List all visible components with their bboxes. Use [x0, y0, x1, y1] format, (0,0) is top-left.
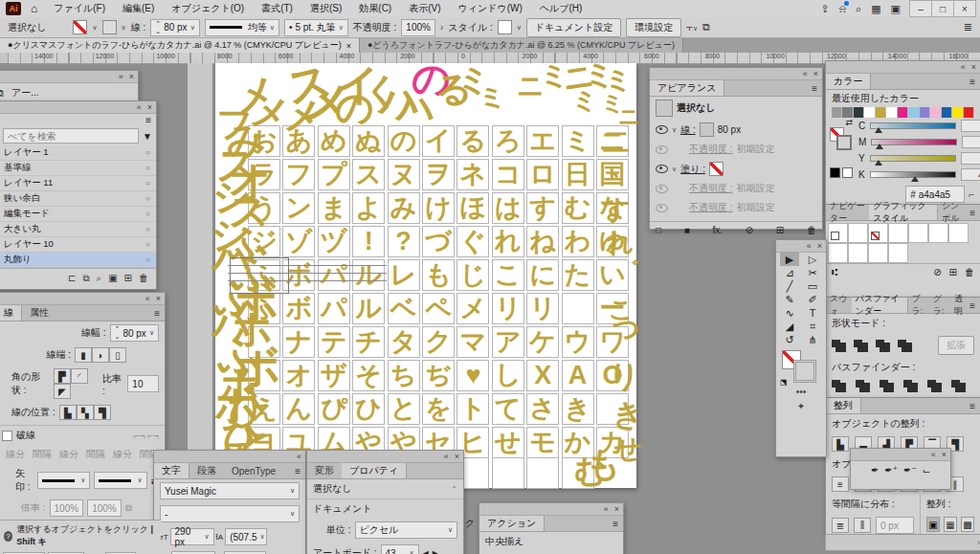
graphic-styles-footer-icon[interactable]: ⊞ [949, 267, 957, 277]
collapse-icon[interactable]: « [444, 452, 449, 461]
glyph-cell[interactable]: フ [282, 159, 315, 190]
brush-definition-select[interactable]: •5 pt. 丸筆∨ [284, 19, 348, 36]
layer-row[interactable]: レイヤー 1○ [0, 145, 156, 161]
type-tool[interactable]: T [803, 306, 822, 320]
tab-symbols[interactable]: シンボル [938, 205, 969, 220]
pathfinder-button[interactable] [951, 380, 966, 392]
stroke-width-field[interactable]: ⌃⌄80 px∨ [150, 19, 199, 36]
dashed-checkbox[interactable] [2, 431, 12, 441]
rotate-tool[interactable]: ↺ [780, 333, 799, 346]
visibility-eye-icon[interactable] [656, 145, 668, 154]
close-icon[interactable]: × [971, 62, 976, 72]
collapse-icon[interactable]: « [137, 102, 142, 112]
layer-row[interactable]: ▶レイヤー 10○ [0, 237, 156, 253]
document-setup-button[interactable]: ドキュメント設定 [526, 18, 621, 37]
glyph-cell[interactable]: メ [457, 293, 489, 324]
stroke-align-button[interactable]: ▙ [59, 405, 77, 420]
glyph-cell[interactable]: ト [457, 393, 489, 425]
swap-colors-icon[interactable]: ⇄ [830, 118, 853, 127]
glyph-cell[interactable]: れ [492, 226, 524, 257]
glyph-cell[interactable]: ベ [388, 293, 420, 324]
glyph-cell[interactable]: の [388, 125, 420, 157]
tab-panel[interactable]: ブラ: [908, 298, 929, 313]
pen-tool[interactable]: ✒ [871, 465, 879, 476]
selection-tool[interactable]: ▶ [780, 253, 799, 266]
stroke-weight-field[interactable]: ⌃⌄80 px∨ [110, 324, 159, 342]
glyph-cell[interactable]: て [492, 393, 524, 425]
glyph-cell[interactable]: マ [457, 326, 489, 358]
glyph-cell[interactable]: X [526, 360, 559, 391]
glyph-cell[interactable]: 国 [596, 159, 629, 190]
document-tab-active[interactable]: ●クリスマスフォントのラフ-ひらがなカタカナ.ai @ 4.17 % (CMYK… [0, 38, 360, 53]
scatter-glyph[interactable]: ニ [618, 106, 640, 127]
appearance-footer-icon[interactable]: ⊘ [746, 225, 753, 235]
glyph-cell[interactable]: せ [492, 427, 524, 458]
layers-footer-icon[interactable]: 🗑 [139, 273, 148, 284]
glyph-cell[interactable]: ♥ [457, 360, 489, 391]
appearance-footer-icon[interactable]: ■ [684, 225, 690, 235]
tab-panel[interactable]: グラ: [929, 298, 950, 313]
panel-scroll-strip[interactable]: › [825, 534, 980, 551]
eyedropper-tool[interactable]: ◢ [780, 320, 799, 333]
glyph-cell[interactable]: け [422, 192, 455, 224]
glyph-cell[interactable]: を [422, 393, 455, 425]
visibility-eye-icon[interactable] [656, 204, 668, 212]
glyph-cell[interactable]: ! [352, 226, 385, 257]
scatter-glyph[interactable]: ミ [478, 83, 507, 113]
glyph-cell[interactable]: わ [562, 226, 594, 257]
glyph-cell[interactable]: ボ [282, 293, 315, 324]
glyph-cell[interactable]: ペ [422, 293, 455, 324]
layer-target-icon[interactable]: ○ [145, 148, 150, 157]
appearance-footer-icon[interactable]: □ [656, 225, 661, 235]
menu-item[interactable]: オブジェクト(O) [163, 0, 253, 17]
arrange-documents-icon[interactable]: ⧉ [702, 21, 710, 33]
preferences-button[interactable]: 環境設定 [626, 18, 681, 37]
recent-color-swatch[interactable] [920, 107, 930, 118]
graphic-style-swatch[interactable] [828, 223, 848, 243]
stroke-align-button[interactable]: ▜ [94, 405, 111, 420]
collapse-icon[interactable]: « [803, 69, 808, 78]
scatter-glyph[interactable]: メ [283, 96, 323, 134]
graphic-style-swatch[interactable] [908, 223, 928, 243]
panel-menu-icon[interactable]: ≡ [969, 300, 980, 311]
color-slider-m[interactable]: M0% [853, 134, 980, 150]
arrow-start-select[interactable]: ∨ [37, 472, 90, 489]
glyph-cell[interactable]: 日 [562, 159, 594, 190]
color-slider-y[interactable]: Y0% [853, 150, 980, 166]
star-tool-icon[interactable]: ✦ [776, 397, 826, 411]
collapse-icon[interactable]: « [961, 62, 966, 72]
appearance-row-stroke[interactable]: ∨線 :80 px [650, 120, 822, 140]
scatter-glyph[interactable]: 二 [603, 129, 630, 156]
eyedropper-small-icon[interactable]: ⌐ [969, 189, 974, 200]
glyph-cell[interactable]: パ [318, 293, 350, 324]
layer-row[interactable]: ▶丸飾り○ [0, 253, 156, 268]
glyph-cell[interactable]: る [457, 125, 489, 157]
appearance-row-opacity[interactable]: 不透明度 :初期設定 [650, 179, 822, 198]
cap-button[interactable]: ▮ [75, 347, 92, 363]
search-icon[interactable]: ⌕ [856, 3, 861, 15]
glyph-cell[interactable]: ま [318, 192, 350, 224]
glyph-cell[interactable]: オ [282, 360, 315, 391]
glyph-cell[interactable]: モ [526, 427, 559, 458]
line-segment-tool[interactable]: ╱ [780, 279, 799, 293]
tab-character[interactable]: 文字 [154, 463, 189, 478]
collapse-icon[interactable]: « [297, 452, 301, 461]
appearance-footer-icon[interactable]: ⊞ [776, 225, 784, 235]
recent-color-swatch[interactable] [930, 107, 941, 118]
collapse-icon[interactable]: « [807, 241, 812, 251]
glyph-cell[interactable]: ひ [352, 393, 385, 425]
panel-menu-icon[interactable]: ≡ [812, 83, 822, 94]
close-button[interactable]: × [953, 0, 976, 17]
workspace-switcher-icon[interactable]: ▦ [871, 3, 880, 15]
workspace-icon[interactable]: ⫟∨ [686, 21, 698, 33]
maximize-button[interactable]: □ [931, 0, 954, 17]
close-icon[interactable]: × [147, 102, 152, 112]
tab-opentype[interactable]: OpenType [224, 463, 283, 478]
glyph-cell[interactable]: と [388, 393, 420, 425]
recent-color-swatch[interactable] [952, 107, 963, 118]
menu-item[interactable]: ウィンドウ(W) [450, 0, 531, 17]
spacing-value-field[interactable]: 0 px [876, 517, 914, 534]
stroke-align-button[interactable]: ▚ [77, 405, 94, 420]
glyph-cell[interactable]: ? [388, 226, 420, 257]
direct-selection-tool[interactable]: ▷ [803, 253, 822, 266]
